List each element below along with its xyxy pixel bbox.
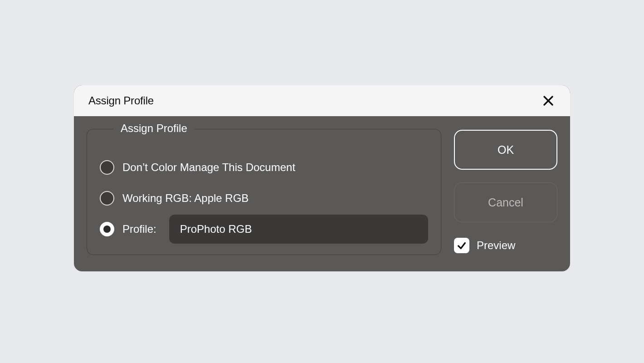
check-icon	[457, 240, 467, 250]
close-button[interactable]	[541, 93, 556, 108]
radio-label: Don’t Color Manage This Document	[122, 161, 295, 174]
radio-icon	[100, 160, 114, 175]
cancel-button[interactable]: Cancel	[454, 182, 557, 222]
profile-select[interactable]: ProPhoto RGB	[169, 215, 428, 244]
radio-row-profile[interactable]: Profile: ProPhoto RGB	[100, 217, 428, 241]
close-icon	[543, 95, 554, 106]
dialog-body: Assign Profile Don’t Color Manage This D…	[74, 116, 570, 271]
radio-label: Working RGB: Apple RGB	[122, 192, 249, 205]
profile-select-value: ProPhoto RGB	[180, 223, 252, 235]
radio-row-working-rgb[interactable]: Working RGB: Apple RGB	[100, 186, 428, 210]
dialog-side-panel: OK Cancel Preview	[454, 129, 557, 255]
ok-button[interactable]: OK	[454, 130, 557, 170]
cancel-button-label: Cancel	[488, 196, 523, 209]
radio-icon-selected	[100, 222, 114, 236]
preview-checkbox-row[interactable]: Preview	[454, 238, 557, 253]
radio-icon	[100, 191, 114, 206]
assign-profile-fieldset: Assign Profile Don’t Color Manage This D…	[87, 129, 441, 255]
radio-label: Profile:	[122, 223, 156, 235]
fieldset-legend: Assign Profile	[113, 122, 195, 135]
assign-profile-dialog: Assign Profile Assign Profile Don’t Colo…	[74, 85, 570, 271]
preview-checkbox[interactable]	[454, 238, 469, 253]
radio-row-dont-manage[interactable]: Don’t Color Manage This Document	[100, 156, 428, 179]
dialog-titlebar: Assign Profile	[74, 85, 570, 116]
preview-label: Preview	[477, 239, 515, 252]
ok-button-label: OK	[498, 143, 514, 157]
dialog-title: Assign Profile	[88, 94, 154, 107]
